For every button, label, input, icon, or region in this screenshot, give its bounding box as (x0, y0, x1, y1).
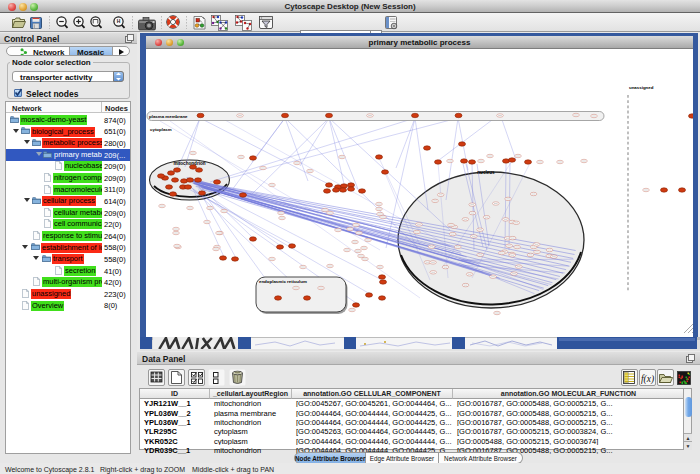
svg-text:unassigned: unassigned (629, 85, 654, 90)
svg-text:endoplasmic reticulum: endoplasmic reticulum (259, 279, 307, 284)
svg-text:cytoplasm: cytoplasm (150, 127, 172, 132)
svg-text:mitochondrion: mitochondrion (173, 161, 205, 166)
svg-text:f(x): f(x) (641, 374, 654, 385)
svg-text:nucleus: nucleus (477, 170, 495, 175)
svg-text:plasma membrane: plasma membrane (149, 114, 188, 119)
svg-text:H: H (117, 18, 121, 24)
